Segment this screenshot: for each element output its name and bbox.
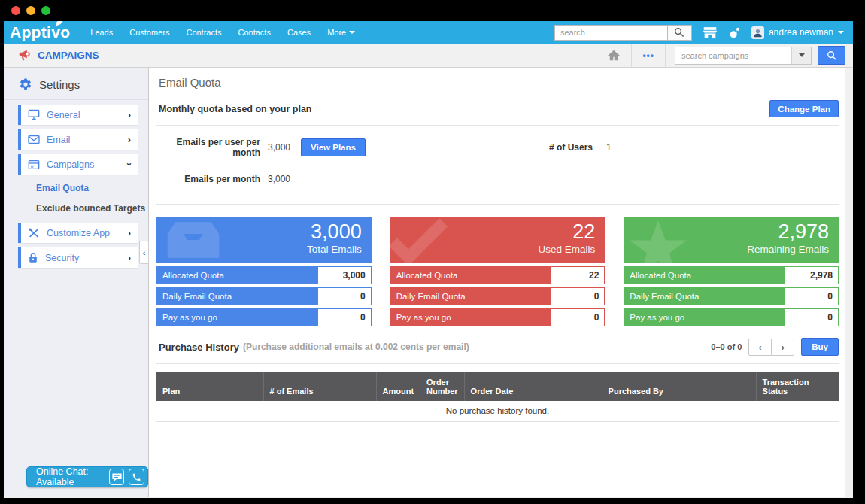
row-label: Allocated Quota (624, 271, 691, 280)
quota-row: Allocated Quota 22 (390, 266, 606, 284)
chevron-right-icon: › (782, 342, 785, 353)
content-area: Settings General › Email › Campaigns › (4, 68, 853, 497)
global-search (554, 25, 692, 41)
app-window: Apptivo Leads Customers Contracts Contac… (4, 21, 853, 498)
row-label: Daily Email Quota (390, 292, 466, 301)
tools-icon (28, 227, 40, 238)
chevron-down-icon (349, 31, 355, 34)
home-icon (607, 49, 621, 62)
sidebar-subitem-exclude-bounced[interactable]: Exclude bounced Targets (36, 203, 148, 214)
chevron-left-icon: ‹ (759, 342, 762, 353)
desktop: Apptivo Leads Customers Contracts Contac… (0, 0, 865, 504)
sidebar-item-label: Security (45, 253, 79, 263)
purchase-history-subtitle: (Purchase additional emails at 0.002 cen… (243, 342, 469, 352)
primary-nav: Leads Customers Contracts Contacts Cases… (82, 28, 363, 37)
campaign-icon (28, 159, 40, 170)
check-watermark-icon (390, 217, 452, 263)
sidebar-collapse-button[interactable]: ‹ (139, 241, 149, 264)
row-label: Pay as you go (390, 313, 451, 322)
pagination-next-button[interactable]: › (771, 339, 794, 356)
nav-cases[interactable]: Cases (287, 28, 311, 37)
search-icon (674, 27, 684, 38)
row-label: Daily Email Quota (156, 292, 232, 301)
app-header: CAMPAIGNS ••• (4, 44, 853, 68)
online-chat-label: Online Chat: Available (36, 466, 105, 487)
row-value: 0 (551, 308, 605, 326)
emails-per-month-value: 3,000 (268, 174, 290, 184)
online-chat-widget[interactable]: Online Chat: Available (26, 466, 148, 487)
sidebar-item-campaigns[interactable]: Campaigns › (18, 154, 138, 175)
user-menu[interactable]: andrea newman (751, 26, 844, 39)
purchase-history-table: Plan # of Emails Amount Order Number Ord… (156, 372, 839, 422)
row-value: 0 (317, 308, 372, 326)
splash-icon[interactable] (728, 26, 742, 39)
table-empty-row: No purchase history found. (156, 401, 839, 422)
campaign-search-dropdown[interactable] (791, 47, 811, 64)
search-icon (827, 50, 837, 61)
chevron-down-icon: › (124, 162, 134, 165)
nav-more[interactable]: More (327, 28, 355, 37)
chevron-right-icon: › (128, 253, 131, 263)
store-icon[interactable] (702, 26, 718, 40)
sidebar-item-email[interactable]: Email › (18, 129, 138, 150)
global-search-button[interactable] (667, 25, 692, 41)
global-search-input[interactable] (554, 25, 667, 41)
navbar-right: andrea newman (554, 25, 844, 41)
row-label: Allocated Quota (156, 271, 224, 280)
chat-button[interactable] (109, 469, 125, 485)
sidebar-item-label: Campaigns (47, 159, 94, 170)
row-value: 0 (551, 287, 605, 305)
change-plan-button[interactable]: Change Plan (769, 100, 839, 117)
sidebar-item-customize-app[interactable]: Customize App › (18, 223, 138, 243)
row-value: 22 (551, 266, 605, 284)
chat-icon (111, 472, 123, 482)
megaphone-icon (18, 49, 32, 62)
row-label: Pay as you go (156, 313, 217, 322)
quota-row: Allocated Quota 3,000 (156, 266, 372, 284)
sidebar-item-general[interactable]: General › (18, 105, 138, 125)
column-header-order-date: Order Date (464, 372, 602, 401)
nav-contacts[interactable]: Contacts (238, 28, 271, 37)
avatar (751, 26, 764, 39)
sidebar-item-label: Customize App (47, 228, 110, 238)
sidebar-subitem-email-quota[interactable]: Email Quota (36, 183, 148, 193)
buy-button[interactable]: Buy (801, 338, 839, 356)
pagination-prev-button[interactable]: ‹ (748, 339, 772, 356)
chevron-down-icon (799, 53, 805, 57)
inbox-watermark-icon (161, 218, 226, 262)
window-minimize-button[interactable] (26, 6, 35, 15)
sidebar-item-security[interactable]: Security › (18, 247, 138, 268)
pagination-range: 0–0 of 0 (711, 342, 742, 351)
row-value: 0 (785, 308, 839, 326)
row-value: 0 (785, 287, 839, 305)
more-actions-button[interactable]: ••• (632, 44, 665, 67)
quota-row: Daily Email Quota 0 (390, 287, 606, 305)
window-close-button[interactable] (11, 6, 20, 15)
apptivo-logo[interactable]: Apptivo (10, 23, 70, 42)
window-zoom-button[interactable] (41, 6, 50, 15)
chevron-down-icon (838, 31, 844, 34)
view-plans-button[interactable]: View Plans (301, 138, 366, 156)
campaign-search-input[interactable] (675, 47, 791, 64)
nav-leads[interactable]: Leads (90, 28, 113, 37)
empty-state-text: No purchase history found. (156, 401, 839, 422)
row-value: 0 (317, 287, 372, 305)
chevron-right-icon: › (128, 110, 131, 120)
campaign-search-button[interactable] (818, 46, 845, 65)
column-header-emails: # of Emails (263, 372, 376, 401)
phone-button[interactable] (129, 469, 144, 485)
column-header-plan: Plan (156, 372, 263, 401)
nav-customers[interactable]: Customers (129, 28, 169, 37)
main-panel: Email Quota Monthly quota based on your … (149, 68, 845, 497)
home-button[interactable] (596, 44, 631, 67)
settings-title: Settings (39, 78, 80, 91)
envelope-icon (28, 135, 40, 144)
nav-contracts[interactable]: Contracts (186, 28, 221, 37)
table-header-row: Plan # of Emails Amount Order Number Ord… (156, 372, 839, 401)
used-emails-caption: Used Emails (400, 244, 596, 255)
emails-per-month-label: Emails per month (156, 174, 260, 184)
gear-icon (19, 77, 32, 91)
column-header-transaction-status: Transaction Status (756, 372, 839, 401)
row-label: Daily Email Quota (624, 292, 699, 301)
row-label: Allocated Quota (390, 271, 458, 280)
